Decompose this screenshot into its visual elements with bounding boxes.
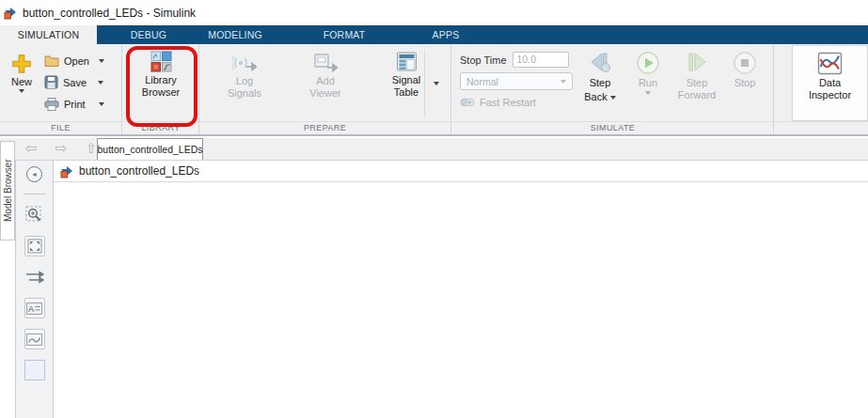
navigate-back-button[interactable]: ⇦ (21, 139, 41, 158)
log-signals-label-line1: Log (236, 75, 253, 87)
data-inspector-label-line1: Data (819, 77, 841, 89)
chevron-down-icon (610, 96, 616, 100)
save-floppy-icon (44, 75, 58, 89)
add-viewer-icon (313, 51, 338, 73)
prepare-overflow-button[interactable] (424, 50, 447, 117)
zoom-magnifier-icon (25, 206, 44, 224)
signal-table-label-line2: Table (394, 86, 418, 99)
step-back-label-line1: Step (590, 77, 611, 89)
simulate-section-label: SIMULATE (452, 121, 773, 134)
text-annotation-button[interactable]: A (24, 298, 45, 318)
log-signals-icon (232, 51, 257, 73)
step-back-label-line2: Back (584, 91, 607, 103)
add-viewer-label-line1: Add (316, 75, 335, 87)
image-icon (26, 333, 42, 346)
print-label: Print (64, 99, 94, 110)
chevron-down-icon (99, 59, 104, 63)
step-forward-label-line2: Forward (678, 89, 716, 101)
simulink-model-icon (60, 164, 74, 178)
fast-restart-label: Fast Restart (480, 97, 536, 108)
palette-divider (24, 194, 46, 194)
save-button[interactable]: Save (44, 71, 104, 93)
model-canvas[interactable] (54, 183, 868, 418)
fast-restart-icon (460, 97, 475, 108)
stop-button[interactable]: Stop (723, 44, 766, 121)
run-icon (636, 51, 660, 75)
chevron-down-icon (99, 102, 104, 106)
library-browser-button[interactable]: Library Browser (124, 44, 197, 121)
fast-restart-toggle[interactable]: Fast Restart (460, 95, 575, 108)
document-tab[interactable]: button_controlled_LEDs (97, 138, 203, 160)
tab-simulation[interactable]: SIMULATION (0, 25, 97, 44)
step-forward-icon (684, 51, 710, 75)
data-inspector-label-line2: Inspector (809, 89, 851, 101)
run-label: Run (639, 77, 657, 89)
stop-icon (733, 51, 757, 75)
step-back-icon (587, 51, 613, 75)
data-inspector-button[interactable]: Data Inspector (792, 45, 868, 121)
signal-table-label-line1: Signal (392, 74, 421, 86)
simulation-mode-value: Normal (466, 76, 498, 87)
signal-arrows-button[interactable] (24, 267, 45, 287)
chevron-down-icon (434, 82, 439, 85)
svg-text:A: A (28, 304, 34, 314)
document-tab-strip: ⇦ ⇨ ⇧ button_controlled_LEDs (0, 138, 868, 160)
stop-label: Stop (734, 77, 756, 89)
step-back-button[interactable]: Step Back (575, 44, 625, 121)
chevron-down-icon (560, 80, 566, 84)
chevron-down-icon (645, 91, 651, 95)
library-browser-icon (150, 51, 172, 72)
breadcrumb-model-name[interactable]: button_controlled_LEDs (79, 164, 199, 178)
navigate-forward-button[interactable]: ⇨ (51, 139, 71, 158)
save-label: Save (63, 77, 93, 88)
fit-to-view-button[interactable] (24, 236, 45, 256)
open-button[interactable]: Open (44, 50, 104, 71)
signal-table-icon (396, 51, 418, 72)
review-section-label (775, 121, 868, 134)
print-icon (44, 98, 59, 111)
step-forward-button[interactable]: Step Forward (671, 44, 723, 121)
stop-time-input[interactable]: 10.0 (513, 52, 569, 68)
run-button[interactable]: Run (625, 44, 671, 121)
step-forward-label-line1: Step (687, 77, 708, 89)
add-viewer-button[interactable]: Add Viewer (293, 44, 357, 121)
model-browser-tab[interactable]: Model Browser (0, 141, 15, 240)
image-annotation-button[interactable] (24, 329, 45, 349)
double-arrow-icon (25, 271, 44, 284)
log-signals-label-line2: Signals (228, 87, 261, 100)
tab-debug[interactable]: DEBUG (113, 25, 184, 44)
section-file: New Open (0, 44, 122, 134)
new-label: New (11, 76, 32, 87)
section-library: Library Browser LIBRARY (123, 44, 199, 134)
new-button[interactable]: New (5, 44, 39, 121)
zoom-tool-button[interactable] (24, 205, 45, 225)
new-model-icon (11, 54, 32, 74)
section-simulate: Stop Time 10.0 Normal (452, 44, 774, 134)
area-annotation-button[interactable] (24, 360, 45, 380)
simulation-mode-select[interactable]: Normal (460, 72, 573, 90)
chevron-down-icon (98, 81, 103, 85)
ribbon-tab-bar: SIMULATION DEBUG MODELING FORMAT APPS (0, 25, 868, 44)
simulink-window: button_controlled_LEDs - Simulink SIMULA… (0, 0, 868, 418)
fit-to-view-icon (27, 239, 42, 254)
library-browser-label-line2: Browser (142, 86, 180, 99)
stop-time-label: Stop Time (460, 54, 507, 66)
open-label: Open (64, 55, 94, 67)
print-button[interactable]: Print (44, 93, 104, 115)
simulink-model-icon (4, 6, 18, 20)
data-inspector-icon (817, 52, 843, 75)
title-bar: button_controlled_LEDs - Simulink (0, 0, 868, 25)
section-review-results: Data Inspector (775, 44, 868, 134)
tab-apps[interactable]: APPS (410, 25, 481, 44)
open-folder-icon (44, 54, 59, 67)
ribbon-toolstrip: New Open (0, 44, 868, 136)
tab-format[interactable]: FORMAT (308, 25, 380, 44)
library-section-label: LIBRARY (123, 121, 198, 134)
collapse-browser-button[interactable]: ◄ (26, 166, 42, 182)
file-section-label: FILE (0, 121, 121, 134)
annotation-icon: A (26, 302, 42, 315)
tool-palette: ◄ (15, 160, 54, 418)
tab-modeling[interactable]: MODELING (199, 25, 271, 44)
log-signals-button[interactable]: Log Signals (213, 44, 276, 121)
editor-area: button_controlled_LEDs (54, 160, 868, 418)
